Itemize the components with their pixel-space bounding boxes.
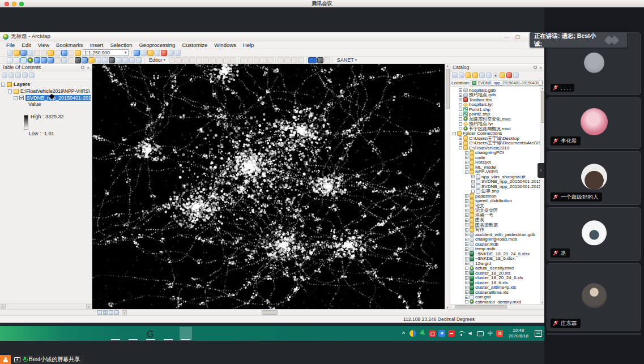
collapse-toggle[interactable]: - — [1, 83, 5, 87]
participant-tile[interactable]: 李化希 — [547, 97, 641, 149]
expand-toggle[interactable]: + — [465, 151, 468, 155]
baidu-app-icon[interactable] — [74, 327, 87, 340]
expand-toggle[interactable]: + — [465, 223, 468, 226]
catalog-tree-item[interactable]: + code — [451, 155, 540, 160]
expand-toggle[interactable]: - — [453, 132, 456, 135]
expand-toggle[interactable]: + — [465, 252, 468, 255]
cut-icon[interactable] — [34, 50, 40, 56]
ime-language-icon[interactable]: 中 — [487, 330, 493, 337]
catalog-window-icon[interactable] — [147, 50, 153, 56]
expand-toggle[interactable]: + — [465, 199, 468, 203]
expand-toggle[interactable]: + — [459, 88, 462, 92]
error-inspector-icon[interactable] — [291, 57, 297, 63]
delete-icon[interactable] — [54, 50, 61, 56]
expand-toggle[interactable] — [471, 190, 475, 193]
map-horizontal-scrollbar[interactable]: 2 — [0, 309, 544, 315]
catalog-tree-item[interactable]: + 预约地点.gdb — [451, 93, 540, 98]
view-menu-dropdown[interactable]: ▾ — [493, 72, 498, 78]
catalog-tree-item[interactable]: + Toolbox.tbx — [451, 97, 540, 102]
expand-toggle[interactable] — [459, 113, 462, 116]
label-manager-icon[interactable] — [324, 57, 330, 63]
zoom-out-icon[interactable] — [14, 57, 20, 63]
paste-icon[interactable] — [48, 50, 54, 56]
hyperlink-icon[interactable] — [88, 57, 95, 63]
expand-toggle[interactable]: + — [465, 228, 468, 232]
search-button[interactable] — [22, 327, 34, 340]
expand-toggle[interactable]: + — [465, 286, 468, 289]
everything-search-icon[interactable] — [92, 327, 104, 340]
chevron-down-icon[interactable] — [125, 50, 127, 55]
star-tray-icon[interactable]: ★ — [438, 330, 445, 337]
catalog-tree-item[interactable]: + Hotspot — [451, 160, 540, 165]
map-vertical-scrollbar[interactable] — [445, 64, 450, 309]
scroll-right-button[interactable] — [86, 304, 91, 309]
expand-toggle[interactable]: + — [459, 93, 462, 97]
python-window-icon[interactable] — [168, 50, 174, 56]
scrollbar-thumb[interactable] — [446, 69, 450, 109]
expand-toggle[interactable]: + — [465, 156, 468, 159]
expand-toggle[interactable]: + — [465, 219, 468, 222]
connect-folder-icon[interactable] — [472, 72, 478, 78]
share-status-pill[interactable]: Best小诚的屏幕共享 — [11, 355, 84, 364]
contents-view-icon[interactable] — [486, 72, 492, 78]
start-button[interactable] — [4, 327, 16, 340]
full-extent-icon[interactable] — [27, 57, 33, 63]
sketch-properties-icon[interactable] — [254, 57, 260, 63]
taskbar-clock[interactable]: 10:48 2020/8/18 — [506, 328, 531, 339]
zoom-in-icon[interactable] — [7, 57, 13, 63]
sharer-avatar-icon[interactable] — [0, 355, 11, 364]
expand-toggle[interactable]: + — [465, 271, 468, 275]
catalog-tree-item[interactable]: + accident_with_pedestrian.gdb — [451, 232, 540, 237]
identify-icon[interactable] — [82, 57, 88, 63]
arcmap-taskbar-icon[interactable] — [180, 327, 192, 340]
table-of-contents-icon[interactable] — [140, 50, 147, 56]
task-view-button[interactable] — [57, 327, 69, 340]
catalog-tree-item[interactable]: + temp.mdb — [451, 247, 540, 252]
catalog-tree-item[interactable]: actual_density.mxd — [451, 266, 540, 271]
expand-toggle[interactable] — [459, 103, 462, 106]
menu-item[interactable]: View — [35, 42, 53, 48]
pin-icon[interactable] — [534, 66, 537, 69]
expand-toggle[interactable] — [465, 267, 468, 270]
catalog-tree-item[interactable]: + 塔桥一号 — [451, 213, 540, 218]
scrollbar-thumb[interactable] — [262, 310, 278, 315]
expand-toggle[interactable] — [465, 300, 468, 303]
participant-tile[interactable]: 丞 — [547, 207, 641, 261]
straight-segment-icon[interactable] — [182, 57, 189, 63]
editor-menu-button[interactable]: Editor — [146, 57, 168, 63]
scroll-left-button[interactable] — [122, 310, 127, 315]
cortana-button[interactable] — [39, 327, 52, 340]
expand-toggle[interactable] — [459, 108, 462, 111]
attributes-icon[interactable] — [247, 57, 253, 63]
touchpad-icon[interactable] — [477, 331, 484, 336]
point-tool-icon[interactable] — [203, 57, 209, 63]
create-features-icon[interactable] — [261, 57, 267, 63]
expand-toggle[interactable]: + — [465, 290, 468, 294]
expand-toggle[interactable]: + — [459, 142, 462, 145]
back-icon[interactable]: ← — [452, 72, 458, 78]
clear-selection-icon[interactable] — [68, 57, 74, 63]
go-to-xy-icon[interactable] — [122, 57, 129, 63]
security-tray-icon[interactable] — [410, 330, 416, 337]
catalog-tree-item[interactable]: + changningRoad.mdb — [451, 237, 540, 242]
menu-item[interactable]: File — [3, 42, 18, 48]
sidebar-collapse-button[interactable]: › — [538, 163, 544, 178]
toc-horizontal-scrollbar[interactable] — [0, 303, 92, 309]
refresh-view-icon[interactable] — [129, 57, 135, 63]
expand-toggle[interactable]: + — [471, 180, 475, 183]
pause-drawing-button[interactable] — [114, 310, 119, 315]
open-document-icon[interactable] — [14, 50, 20, 56]
expand-toggle[interactable]: + — [465, 247, 468, 251]
back-extent-icon[interactable] — [48, 57, 54, 63]
cut-polygons-icon[interactable] — [223, 57, 229, 63]
catalog-vertical-scrollbar[interactable] — [540, 87, 544, 304]
minimize-button[interactable]: — — [504, 34, 509, 40]
catalog-tree-item[interactable]: + 论文提交区 — [451, 208, 540, 213]
expand-toggle[interactable]: + — [465, 238, 468, 241]
list-by-source-icon[interactable] — [8, 72, 14, 78]
label-tool-icon[interactable] — [317, 57, 323, 63]
catalog-tree-item[interactable]: + ML_model — [451, 165, 540, 170]
edit-annotation-icon[interactable] — [176, 57, 182, 63]
find-route-icon[interactable] — [116, 57, 122, 63]
participant-tile[interactable] — [547, 333, 641, 335]
